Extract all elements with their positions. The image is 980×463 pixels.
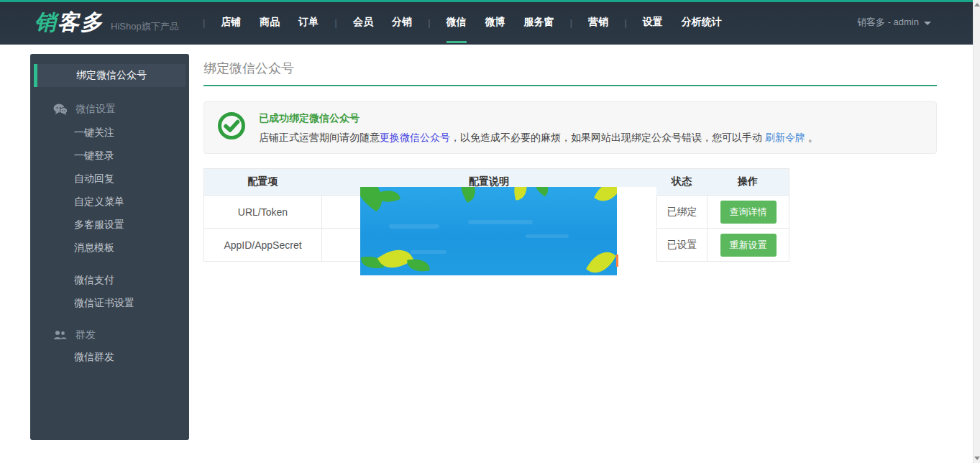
sidebar-item-one-key-login[interactable]: 一键登录 bbox=[74, 149, 189, 162]
config-item-cell: URL/Token bbox=[203, 196, 321, 229]
nav-separator: | bbox=[196, 17, 212, 28]
top-accent-line bbox=[0, 0, 973, 2]
cloud-streak bbox=[526, 234, 569, 238]
alert-body: 已成功绑定微信公众号 店铺正式运营期间请勿随意更换微信公众号，以免造成不必要的麻… bbox=[259, 111, 818, 144]
ad-image[interactable] bbox=[360, 187, 617, 275]
leaf-decoration bbox=[586, 246, 616, 275]
scroll-up-icon[interactable] bbox=[974, 3, 980, 6]
nav-item-marketing[interactable]: 营销 bbox=[579, 0, 618, 45]
sidebar-item-wechat-pay[interactable]: 微信支付 bbox=[74, 273, 189, 286]
alert-text: ，以免造成不必要的麻烦，如果网站出现绑定公众号错误，您可以手动 bbox=[450, 132, 765, 143]
sidebar-item-wechat-mass-send[interactable]: 微信群发 bbox=[74, 350, 189, 363]
sidebar-section-label: 群发 bbox=[75, 329, 96, 341]
chevron-down-icon bbox=[924, 22, 931, 25]
cloud-streak bbox=[411, 250, 447, 254]
header-config-item: 配置项 bbox=[203, 168, 321, 196]
nav-item-settings[interactable]: 设置 bbox=[633, 0, 672, 45]
nav-item-distribution[interactable]: 分销 bbox=[383, 0, 421, 45]
leaf-decoration bbox=[511, 187, 530, 201]
leaf-decoration bbox=[528, 187, 554, 197]
cloud-streak bbox=[468, 220, 533, 224]
action-cell: 重新设置 bbox=[707, 229, 789, 262]
main-nav: | 店铺 商品 订单 | 会员 分销 | 微信 微博 服务窗 | 营销 | 设置… bbox=[196, 0, 731, 45]
header-action: 操作 bbox=[707, 168, 789, 196]
leaf-decoration bbox=[407, 257, 430, 272]
leaf-decoration bbox=[594, 187, 617, 206]
sidebar-item-multi-service[interactable]: 多客服设置 bbox=[74, 218, 189, 231]
change-wechat-account-link[interactable]: 更换微信公众号 bbox=[380, 132, 450, 143]
orange-cursor-mark bbox=[616, 255, 618, 267]
group-icon bbox=[53, 329, 68, 341]
wechat-icon bbox=[53, 104, 68, 115]
nav-item-member[interactable]: 会员 bbox=[344, 0, 383, 45]
floating-overlay bbox=[360, 187, 656, 267]
nav-separator: | bbox=[618, 17, 633, 28]
nav-item-analytics[interactable]: 分析统计 bbox=[672, 0, 731, 45]
config-item-cell: AppID/AppSecret bbox=[203, 229, 321, 262]
sidebar-section-label: 微信设置 bbox=[75, 103, 116, 116]
page-title: 绑定微信公众号 bbox=[203, 60, 937, 76]
sidebar-item-bind-wechat-active[interactable]: 绑定微信公众号 bbox=[34, 64, 186, 87]
nav-item-product[interactable]: 商品 bbox=[250, 0, 289, 45]
sidebar: 绑定微信公众号 微信设置 一键关注 一键登录 自动回复 自定义菜单 多客服设置 … bbox=[30, 54, 189, 440]
leaf-decoration bbox=[455, 187, 481, 203]
leaf-decoration bbox=[377, 242, 413, 275]
alert-text: 。 bbox=[805, 132, 818, 143]
success-alert: 已成功绑定微信公众号 店铺正式运营期间请勿随意更换微信公众号，以免造成不必要的麻… bbox=[203, 101, 937, 154]
nav-item-weibo[interactable]: 微博 bbox=[476, 0, 515, 45]
user-label: 销客多 - admin bbox=[857, 16, 919, 29]
refresh-token-link[interactable]: 刷新令牌 bbox=[765, 132, 805, 143]
alert-title: 已成功绑定微信公众号 bbox=[259, 111, 818, 124]
nav-item-order[interactable]: 订单 bbox=[289, 0, 328, 45]
nav-item-wechat[interactable]: 微信 bbox=[437, 0, 476, 45]
user-dropdown[interactable]: 销客多 - admin bbox=[857, 0, 931, 45]
sidebar-section-mass-send: 群发 bbox=[53, 329, 189, 341]
reset-button[interactable]: 重新设置 bbox=[720, 234, 777, 257]
sidebar-item-auto-reply[interactable]: 自动回复 bbox=[74, 172, 189, 185]
sidebar-item-custom-menu[interactable]: 自定义菜单 bbox=[74, 195, 189, 208]
sidebar-item-one-key-follow[interactable]: 一键关注 bbox=[74, 126, 189, 139]
nav-separator: | bbox=[421, 17, 437, 28]
query-details-button[interactable]: 查询详情 bbox=[720, 201, 777, 224]
nav-separator: | bbox=[328, 17, 344, 28]
logo[interactable]: 销客多 HiShop旗下产品 bbox=[35, 12, 179, 33]
sidebar-item-wechat-cert[interactable]: 微信证书设置 bbox=[74, 296, 189, 309]
action-cell: 查询详情 bbox=[707, 196, 789, 229]
header-status: 状态 bbox=[656, 168, 707, 196]
status-cell: 已设置 bbox=[656, 229, 707, 262]
status-cell: 已绑定 bbox=[656, 196, 707, 229]
check-circle-icon bbox=[217, 111, 246, 140]
alert-text: 店铺正式运营期间请勿随意 bbox=[259, 132, 380, 143]
sidebar-section-wechat-settings: 微信设置 bbox=[53, 103, 189, 116]
logo-text: 销客多 bbox=[35, 12, 104, 33]
nav-separator: | bbox=[564, 17, 580, 28]
nav-item-service-window[interactable]: 服务窗 bbox=[515, 0, 564, 45]
title-divider bbox=[203, 85, 937, 86]
sidebar-item-message-template[interactable]: 消息模板 bbox=[74, 241, 189, 254]
nav-item-store[interactable]: 店铺 bbox=[211, 0, 250, 45]
scroll-down-icon[interactable] bbox=[974, 457, 980, 460]
vertical-scrollbar[interactable] bbox=[973, 0, 980, 463]
alert-message: 店铺正式运营期间请勿随意更换微信公众号，以免造成不必要的麻烦，如果网站出现绑定公… bbox=[259, 131, 818, 144]
cloud-streak bbox=[389, 224, 439, 229]
topbar: 销客多 HiShop旗下产品 | 店铺 商品 订单 | 会员 分销 | 微信 微… bbox=[0, 0, 973, 45]
logo-subtitle: HiShop旗下产品 bbox=[111, 20, 179, 33]
